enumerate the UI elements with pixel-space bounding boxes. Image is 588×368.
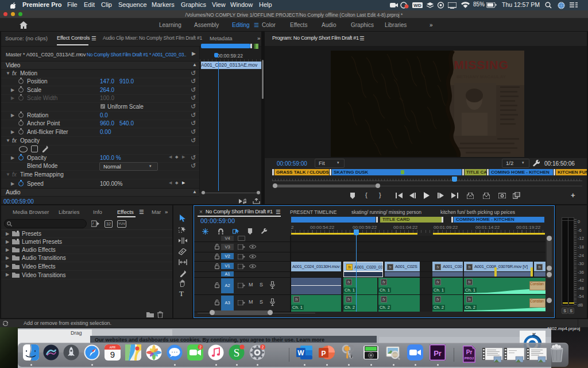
svg-text:2: 2	[262, 345, 264, 349]
svg-text:Pr: Pr	[434, 349, 442, 358]
svg-text:W: W	[297, 349, 304, 357]
svg-text:PROJ: PROJ	[465, 356, 474, 360]
svg-text:WD: WD	[413, 3, 421, 8]
svg-text:2: 2	[199, 345, 202, 349]
svg-text:P: P	[321, 350, 326, 358]
svg-text:Pr: Pr	[466, 349, 473, 355]
svg-text:9: 9	[110, 350, 115, 359]
svg-text:S: S	[234, 347, 240, 359]
svg-text:f: f	[92, 222, 94, 225]
svg-text:APR: APR	[110, 346, 116, 349]
